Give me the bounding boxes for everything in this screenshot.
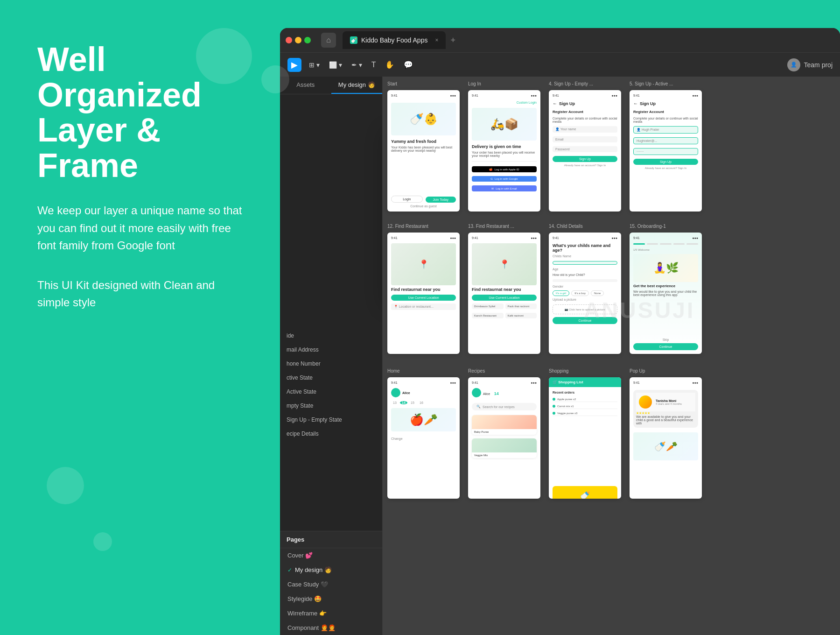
deco-circle-4	[93, 532, 112, 551]
frame-findrest2-inner: 9:41●●● 📍 Find restaurnat near you Use C…	[468, 233, 540, 354]
recipes-count: 14	[494, 391, 499, 396]
layer-item-signup-empty[interactable]: Sign Up - Empty State	[280, 413, 382, 427]
sub-text: We keep our layer a unique name so that …	[37, 202, 243, 254]
tab-close-btn[interactable]: ×	[435, 37, 438, 43]
gender-none[interactable]: None	[591, 290, 604, 296]
layer-item-recipe[interactable]: ecipe Details	[280, 427, 382, 441]
browser-home-btn[interactable]: ⌂	[321, 33, 336, 48]
order-text-3: Veggie puree x3	[557, 412, 577, 415]
left-panel: Well Organized Layer & Frame We keep our…	[0, 0, 271, 635]
findrest2-status: 9:41●●●	[472, 236, 537, 240]
home-day-15[interactable]: 15	[409, 401, 416, 404]
page-wireframe[interactable]: Wirreframe 👉	[280, 606, 383, 621]
select-tool[interactable]: ▶	[287, 58, 301, 72]
team-project-btn[interactable]: 👤 Team proj	[787, 58, 833, 71]
start-login-btn[interactable]: Login	[391, 196, 423, 203]
browser-dot-yellow[interactable]	[295, 37, 301, 43]
canvas-scroll[interactable]: ANUSUJI Start 9:41●●●	[383, 77, 840, 635]
comment-tool[interactable]: 💬	[402, 58, 415, 71]
frame-childdet-label: 14. Child Details	[549, 224, 621, 229]
frame-shopping-inner: Recent orders Apple puree x2 Carrot mix …	[549, 387, 621, 499]
home-day-14[interactable]: 14	[400, 401, 407, 404]
signup-active-status: 9:41●●●	[633, 94, 698, 97]
start-food-sub: Your Kiddo has been pleased you will bes…	[391, 146, 456, 152]
browser-dot-green[interactable]	[304, 37, 311, 43]
page-casestudy[interactable]: Case Study 🖤	[280, 577, 383, 592]
login-custom[interactable]: Custom Login	[472, 101, 537, 104]
rest-item-3[interactable]: Kanch Restaurant	[472, 313, 504, 318]
popup-illustration: 🍼🥕	[633, 432, 698, 460]
layer-item-active1[interactable]: ctive State	[280, 371, 382, 385]
frame-shopping: 🛒 Shopping List Recent orders Apple pure…	[549, 377, 621, 499]
signup-active-have[interactable]: Already have an account? Sign In	[633, 167, 698, 169]
rest-item-2[interactable]: Pack thai ractront	[505, 303, 537, 309]
childdet-upload-area[interactable]: 📷 Click here to upload a picture	[553, 304, 617, 314]
signup-btn[interactable]: Sign Up	[553, 156, 617, 162]
login-status-bar: 9:41●●●	[472, 94, 537, 97]
shape-tool[interactable]: ⬜ ▾	[327, 59, 344, 71]
text-tool[interactable]: T	[370, 59, 378, 71]
layer-item-empty[interactable]: mpty State	[280, 399, 382, 413]
onboard-continue-btn[interactable]: Continue	[633, 343, 698, 350]
page-stylegide[interactable]: Stylegide 🤩	[280, 592, 383, 606]
signup-active-password-field[interactable]: ········	[633, 148, 698, 155]
canvas-area[interactable]: ANUSUJI Start 9:41●●●	[383, 77, 840, 635]
login-apple-btn[interactable]: 🍎 Log in with Apple ID	[472, 166, 537, 172]
childdet-name-field[interactable]	[553, 261, 617, 265]
findrest-use-location[interactable]: Use Current Location	[391, 295, 456, 301]
frame-login: 9:41●●● Custom Login 🛵📦 Delivery is give…	[468, 90, 540, 212]
signup-email-field[interactable]: Email	[553, 136, 617, 142]
recipe-card-1[interactable]: Baby Puree	[472, 415, 537, 435]
home-day-13[interactable]: 13	[391, 401, 399, 404]
rest-item-4[interactable]: Kafé ractront	[505, 313, 537, 318]
gender-boy[interactable]: It's a boy	[571, 290, 589, 296]
browser-tab-active[interactable]: 🍼 Kiddo Baby Food Apps ×	[343, 31, 446, 49]
hand-tool[interactable]: ✋	[383, 58, 396, 71]
recipe-info-2: Veggie Mix	[472, 452, 537, 458]
signup-name-field[interactable]: 👤 Your name	[553, 126, 617, 133]
login-email-btn[interactable]: ✉ Log in with Email	[472, 185, 537, 191]
page-componant[interactable]: Componant 🧑‍🦰🧑‍🦰	[280, 621, 383, 635]
signup-active-btn[interactable]: Sign Up	[633, 159, 698, 165]
childdet-age-field[interactable]	[553, 279, 617, 282]
signup-active-email-field[interactable]: Hughrater@...	[633, 137, 698, 144]
start-food-title: Yummy and fresh food	[391, 139, 456, 144]
findrest2-use-location[interactable]: Use Current Location	[472, 295, 537, 301]
layer-item-phone[interactable]: hone Number	[280, 357, 382, 371]
onboard-skip-btn[interactable]: Skip	[633, 338, 698, 341]
order-item-1: Apple puree x2	[553, 397, 617, 402]
start-guest[interactable]: Continue as guest	[391, 205, 456, 208]
gender-girl[interactable]: It's a girl	[553, 290, 569, 296]
page-mydesign[interactable]: ✓ My design 🧑	[280, 563, 383, 577]
browser-dot-red[interactable]	[286, 37, 292, 43]
rest-item-1[interactable]: Drimbaazo Syltel	[472, 303, 504, 309]
start-join-btn[interactable]: Join Today	[426, 197, 456, 203]
childdet-gender-row: It's a girl It's a boy None	[553, 290, 617, 296]
recipe-card-2[interactable]: Veggie Mix	[472, 438, 537, 458]
signup-active-title: Sign Up	[640, 101, 656, 106]
layer-item-ide[interactable]: ide	[280, 329, 382, 343]
sidebar-tab-mydesign[interactable]: My design 🧑	[331, 77, 383, 94]
pen-tool[interactable]: ✒ ▾	[350, 59, 364, 71]
home-change-label[interactable]: Change	[391, 437, 456, 440]
layer-item-email[interactable]: mail Address	[280, 343, 382, 357]
childdet-continue-btn[interactable]: Continue	[553, 317, 617, 324]
onboard-desc: We would like to give you and your child…	[633, 290, 698, 296]
frame-tool[interactable]: ⊞ ▾	[307, 59, 322, 71]
frame-signup-active-col: 5. Sign Up - Active ... 9:41●●● ← S	[630, 81, 702, 212]
signup-have-account[interactable]: Already have an account? Sign In	[553, 164, 617, 167]
signup-password-field[interactable]: Password	[553, 146, 617, 152]
signup-active-name-field[interactable]: 👤 Hugh Prater	[633, 126, 698, 134]
page-cover[interactable]: Cover 💕	[280, 548, 383, 563]
login-google-btn[interactable]: G Log in with Google	[472, 176, 537, 182]
recipes-search-bar[interactable]: 🔍 Search for our recipes	[472, 403, 537, 410]
shopping-promo: 🍼	[553, 486, 617, 499]
frame-home-label: Home	[387, 368, 460, 374]
layer-item-active2[interactable]: Active State	[280, 385, 382, 399]
findrest-field[interactable]: 📍 Location or restaurant...	[391, 303, 456, 310]
frame-findrest-inner: 9:41●●● 📍 Find restaurnat near you Use C…	[387, 233, 460, 354]
frame-popup: 9:41●●● Tanisha Moni 4 stars and	[630, 377, 702, 499]
home-status: 9:41●●●	[391, 381, 456, 384]
tab-add-btn[interactable]: +	[450, 35, 455, 45]
home-day-16[interactable]: 16	[418, 401, 425, 404]
